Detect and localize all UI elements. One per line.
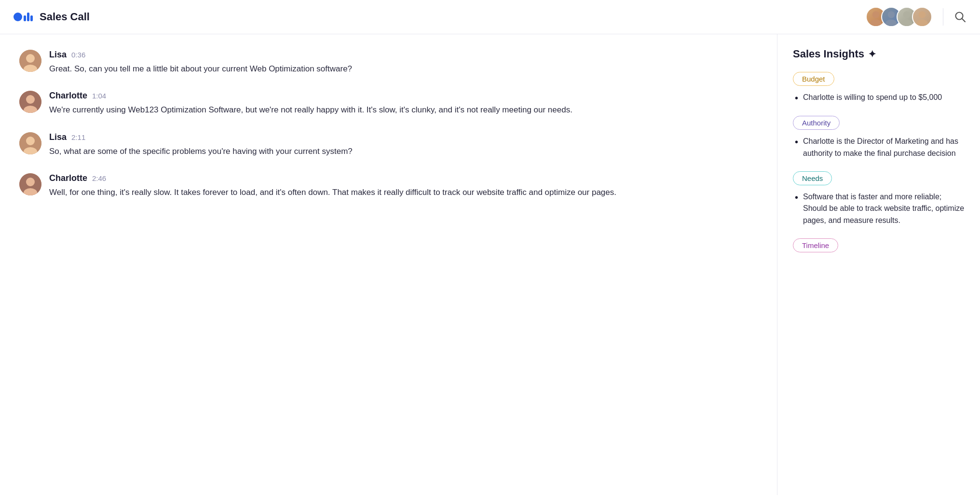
search-icon (954, 11, 966, 23)
message-text: So, what are some of the specific proble… (49, 145, 758, 158)
svg-point-5 (901, 19, 912, 27)
logo-bar-2 (27, 13, 29, 21)
insight-section-authority: Authority • Charlotte is the Director of… (793, 116, 965, 160)
svg-point-0 (872, 11, 879, 18)
speaker-name: Lisa (49, 132, 67, 142)
insight-bullet: • Charlotte is the Director of Marketing… (793, 136, 965, 160)
svg-line-9 (962, 19, 965, 22)
header-right (866, 7, 967, 27)
logo-bars (24, 13, 33, 21)
svg-point-4 (903, 11, 910, 18)
logo-bar-3 (30, 15, 33, 21)
avatar (19, 173, 41, 195)
logo-bar-1 (24, 15, 26, 21)
svg-point-20 (26, 178, 35, 186)
main-layout: Lisa 0:36 Great. So, can you tell me a l… (0, 34, 980, 495)
insight-section-needs: Needs • Software that is faster and more… (793, 171, 965, 227)
app-logo (14, 13, 33, 21)
insights-title: Sales Insights ✦ (793, 48, 965, 60)
message-text: Great. So, can you tell me a little bit … (49, 63, 758, 75)
message-header: Charlotte 2:46 (49, 173, 758, 183)
svg-point-11 (26, 54, 35, 63)
insight-bullet-text: Charlotte is willing to spend up to $5,0… (803, 92, 942, 104)
svg-point-2 (887, 11, 894, 18)
message-content: Charlotte 2:46 Well, for one thing, it's… (49, 173, 758, 199)
svg-point-1 (870, 19, 882, 27)
message-timestamp: 1:04 (92, 92, 106, 100)
insight-bullet-text: Software that is faster and more reliabl… (803, 191, 965, 227)
message-content: Lisa 0:36 Great. So, can you tell me a l… (49, 50, 758, 75)
chat-panel: Lisa 0:36 Great. So, can you tell me a l… (0, 34, 777, 495)
page-title: Sales Call (40, 11, 90, 23)
message-header: Lisa 2:11 (49, 132, 758, 142)
message-text: We're currently using Web123 Optimizatio… (49, 104, 758, 116)
message-group: Lisa 2:11 So, what are some of the speci… (19, 132, 758, 158)
message-header: Charlotte 1:04 (49, 91, 758, 101)
badge-timeline: Timeline (793, 238, 838, 252)
speaker-name: Charlotte (49, 91, 87, 101)
participant-avatar-4 (912, 7, 932, 27)
message-timestamp: 0:36 (71, 51, 85, 59)
avatar (19, 50, 41, 72)
speaker-name: Lisa (49, 50, 67, 60)
message-text: Well, for one thing, it's really slow. I… (49, 186, 758, 199)
svg-point-14 (26, 95, 35, 104)
svg-point-3 (885, 19, 897, 27)
avatar (19, 132, 41, 154)
logo-circle (14, 13, 22, 21)
badge-authority: Authority (793, 116, 840, 130)
sparkle-icon: ✦ (868, 48, 876, 60)
message-group: Charlotte 1:04 We're currently using Web… (19, 91, 758, 116)
svg-point-7 (916, 19, 928, 27)
bullet-dot: • (795, 191, 798, 204)
message-group: Lisa 0:36 Great. So, can you tell me a l… (19, 50, 758, 75)
avatar (19, 91, 41, 113)
header-left: Sales Call (14, 11, 90, 23)
insight-section-timeline: Timeline (793, 238, 965, 258)
message-content: Charlotte 1:04 We're currently using Web… (49, 91, 758, 116)
message-group: Charlotte 2:46 Well, for one thing, it's… (19, 173, 758, 199)
insight-bullet: • Software that is faster and more relia… (793, 191, 965, 227)
message-content: Lisa 2:11 So, what are some of the speci… (49, 132, 758, 158)
insights-title-text: Sales Insights (793, 48, 864, 60)
speaker-name: Charlotte (49, 173, 87, 183)
insights-panel: Sales Insights ✦ Budget • Charlotte is w… (777, 34, 980, 495)
svg-point-17 (26, 137, 35, 145)
bullet-dot: • (795, 136, 798, 148)
insight-bullet-text: Charlotte is the Director of Marketing a… (803, 136, 965, 160)
app-header: Sales Call (0, 0, 980, 34)
svg-point-6 (918, 11, 925, 18)
message-timestamp: 2:11 (71, 133, 85, 141)
message-header: Lisa 0:36 (49, 50, 758, 60)
participants-avatars (866, 7, 932, 27)
insight-bullet: • Charlotte is willing to spend up to $5… (793, 92, 965, 104)
badge-budget: Budget (793, 72, 834, 86)
bullet-dot: • (795, 92, 798, 104)
search-button[interactable] (954, 11, 966, 23)
insight-section-budget: Budget • Charlotte is willing to spend u… (793, 72, 965, 104)
header-divider (943, 8, 944, 26)
message-timestamp: 2:46 (92, 174, 106, 182)
badge-needs: Needs (793, 171, 832, 185)
